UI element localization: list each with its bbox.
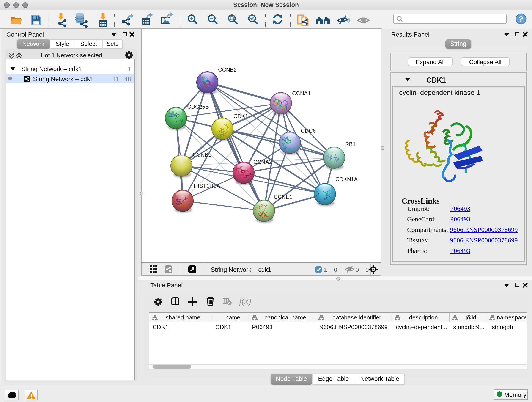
svg-text:CDC25B: CDC25B [187,104,209,110]
svg-text:CCNE1: CCNE1 [274,194,292,200]
svg-text:HIST1H1A: HIST1H1A [194,183,220,189]
svg-text:CDC6: CDC6 [301,128,316,134]
svg-text:CDK1: CDK1 [234,113,248,119]
svg-text:RB1: RB1 [345,141,356,147]
svg-text:CCNA2: CCNA2 [253,159,272,165]
svg-text:CDKN1A: CDKN1A [336,176,358,182]
svg-text:CCNB1: CCNB1 [193,152,211,158]
svg-text:?: ? [519,14,524,23]
svg-text:CCNA1: CCNA1 [292,90,311,96]
svg-text:CCNB2: CCNB2 [218,66,237,73]
